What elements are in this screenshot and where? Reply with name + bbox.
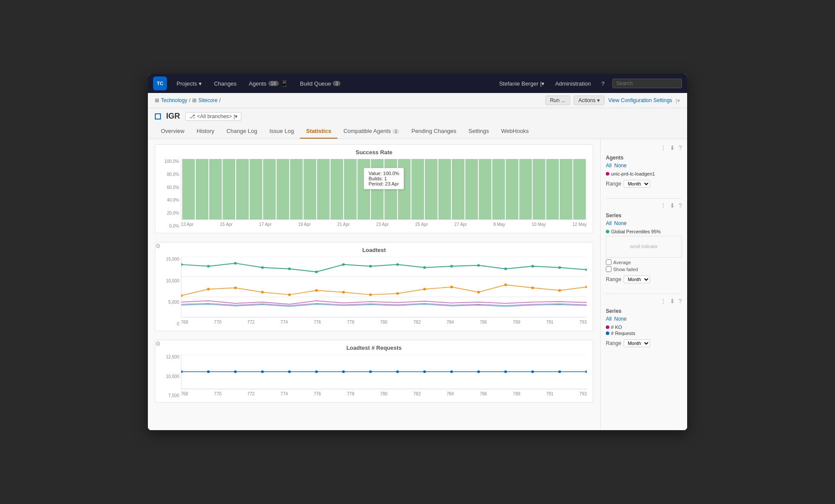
project-icon bbox=[155, 113, 161, 119]
help-circle-icon-3[interactable]: ? bbox=[678, 298, 682, 305]
download-icon-2[interactable]: ⬇ bbox=[670, 202, 675, 209]
help-circle-icon-2[interactable]: ? bbox=[678, 202, 682, 209]
tab-pending-changes[interactable]: Pending Changes bbox=[405, 124, 462, 139]
run-button[interactable]: Run ... bbox=[545, 96, 570, 105]
main-content: Success Rate 100.0% 80.0% 60.0% 40.0% 20… bbox=[148, 139, 687, 430]
user-menu[interactable]: Stefanie Berger |▾ bbox=[497, 79, 548, 89]
bar bbox=[277, 159, 289, 219]
tab-settings[interactable]: Settings bbox=[462, 124, 495, 139]
download-icon-3[interactable]: ⬇ bbox=[670, 298, 675, 305]
gear-icon[interactable]: ⚙ bbox=[155, 242, 161, 249]
bar bbox=[519, 159, 532, 219]
bar bbox=[223, 159, 235, 219]
nav-projects[interactable]: Projects ▾ bbox=[174, 79, 204, 89]
bar bbox=[533, 159, 545, 219]
nav-right: Stefanie Berger |▾ Administration ? bbox=[497, 79, 682, 89]
success-rate-container: 100.0% 80.0% 60.0% 40.0% 20.0% 0.0% bbox=[161, 159, 587, 229]
svg-point-17 bbox=[531, 265, 534, 268]
gear-icon-2[interactable]: ⚙ bbox=[155, 340, 161, 347]
bar bbox=[250, 159, 262, 219]
info-icon[interactable]: ⋮ bbox=[660, 144, 666, 151]
average-label: Average bbox=[613, 260, 631, 265]
show-failed-checkbox[interactable] bbox=[606, 266, 611, 272]
range-select-success[interactable]: Month Week Day bbox=[624, 180, 650, 188]
breadcrumb: ⊞ Technology / ⊞ Sitecore / bbox=[155, 97, 220, 103]
charts-area: Success Rate 100.0% 80.0% 60.0% 40.0% 20… bbox=[148, 139, 600, 430]
series-links: All None bbox=[606, 220, 682, 226]
series-all-link[interactable]: All bbox=[606, 220, 611, 226]
actions-button[interactable]: Actions ▾ bbox=[574, 96, 605, 105]
series-dot-1 bbox=[606, 230, 609, 233]
bar bbox=[209, 159, 222, 219]
series-dot-ko bbox=[606, 325, 609, 329]
series-all-link-2[interactable]: All bbox=[606, 316, 611, 322]
admin-link[interactable]: Administration bbox=[552, 79, 593, 89]
series-name-requests: # Requests bbox=[611, 331, 635, 336]
breadcrumb-bar: ⊞ Technology / ⊞ Sitecore / Run ... Acti… bbox=[148, 93, 687, 108]
tab-change-log[interactable]: Change Log bbox=[220, 124, 264, 139]
search-input[interactable] bbox=[612, 79, 682, 88]
project-header: IGR ⎇ <All branches> |▾ bbox=[148, 108, 687, 124]
app-logo[interactable]: TC bbox=[153, 76, 167, 90]
svg-point-24 bbox=[288, 293, 291, 296]
series-name-ko: # KO bbox=[611, 325, 622, 330]
agents-none-link[interactable]: None bbox=[614, 162, 627, 169]
right-sidebar: ⋮ ⬇ ? Agents All None unic-prd-tc-loadge… bbox=[600, 139, 687, 430]
svg-point-20 bbox=[181, 294, 183, 297]
series-none-link[interactable]: None bbox=[614, 220, 627, 226]
download-icon[interactable]: ⬇ bbox=[670, 144, 675, 151]
svg-point-16 bbox=[504, 268, 507, 270]
success-rate-x-labels: 13 Apr 15 Apr 17 Apr 19 Apr 21 Apr 23 Ap… bbox=[181, 220, 587, 229]
bar bbox=[236, 159, 249, 219]
bar bbox=[411, 159, 424, 219]
series-none-link-2[interactable]: None bbox=[614, 316, 627, 322]
loadtest-requests-title: Loadtest # Requests bbox=[161, 345, 587, 351]
breadcrumb-technology[interactable]: Technology bbox=[161, 97, 187, 103]
bar bbox=[304, 159, 316, 219]
tab-issue-log[interactable]: Issue Log bbox=[263, 124, 300, 139]
agents-all-link[interactable]: All bbox=[606, 162, 611, 169]
svg-point-53 bbox=[558, 371, 561, 373]
info-icon-2[interactable]: ⋮ bbox=[660, 202, 666, 209]
breadcrumb-sitecore[interactable]: Sitecore bbox=[198, 97, 217, 103]
agents-label: Agents bbox=[606, 155, 682, 161]
bar bbox=[425, 159, 438, 219]
loadtest-title: Loadtest bbox=[161, 247, 587, 253]
nav-changes[interactable]: Changes bbox=[211, 79, 239, 89]
range-select-requests[interactable]: Month Week Day bbox=[624, 339, 650, 347]
loadtest-requests-range-label: Range bbox=[606, 340, 621, 346]
info-icon-3[interactable]: ⋮ bbox=[660, 298, 666, 305]
help-icon[interactable]: ? bbox=[599, 79, 607, 89]
loadtest-requests-chart: ⚙ Loadtest # Requests 12,500 10,000 7,50… bbox=[155, 340, 593, 403]
bar bbox=[182, 159, 195, 219]
svg-point-12 bbox=[396, 263, 399, 266]
svg-point-46 bbox=[369, 371, 372, 373]
bar bbox=[479, 159, 491, 219]
series-label-2: Series bbox=[606, 308, 682, 314]
help-circle-icon[interactable]: ? bbox=[678, 144, 682, 151]
tab-statistics[interactable]: Statistics bbox=[300, 124, 337, 139]
series-label: Series bbox=[606, 212, 682, 219]
bar bbox=[331, 159, 343, 219]
svg-point-6 bbox=[234, 262, 237, 265]
loadtest-inner bbox=[181, 257, 587, 318]
svg-point-35 bbox=[585, 286, 587, 288]
nav-build-queue[interactable]: Build Queue 3 bbox=[297, 79, 344, 89]
tab-webhooks[interactable]: WebHooks bbox=[495, 124, 534, 139]
average-checkbox[interactable] bbox=[606, 259, 611, 265]
tab-compatible-agents[interactable]: Compatible Agents 1 bbox=[337, 124, 405, 139]
show-failed-label: Show failed bbox=[613, 267, 638, 272]
tab-overview[interactable]: Overview bbox=[155, 124, 190, 139]
nav-agents[interactable]: Agents 18 📱 bbox=[246, 78, 291, 89]
series-requests: # Requests bbox=[606, 331, 682, 336]
svg-point-45 bbox=[342, 371, 345, 373]
success-rate-chart: Success Rate 100.0% 80.0% 60.0% 40.0% 20… bbox=[155, 144, 593, 233]
svg-point-48 bbox=[423, 371, 426, 373]
loadtest-requests-sidebar: ⋮ ⬇ ? Series All None # KO # Requests bbox=[606, 298, 682, 347]
tab-history[interactable]: History bbox=[190, 124, 220, 139]
branch-selector[interactable]: ⎇ <All branches> |▾ bbox=[185, 112, 241, 121]
svg-point-50 bbox=[477, 371, 480, 373]
view-config-button[interactable]: View Configuration Settings bbox=[608, 97, 672, 103]
range-select-loadtest[interactable]: Month Week Day bbox=[624, 275, 650, 283]
agent-item: unic-prd-tc-loadgen1 bbox=[606, 171, 682, 176]
